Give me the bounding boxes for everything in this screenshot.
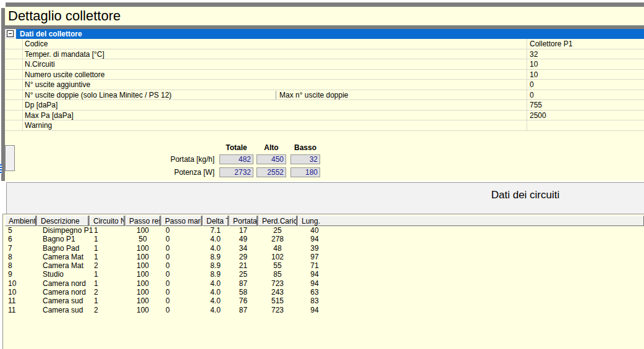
property-value[interactable]: 32 [530, 49, 538, 59]
section-header-dati-del-collettore: Dati del collettore [5, 29, 644, 39]
circuit-cell: 40 [298, 226, 331, 235]
circuit-cell: 100 [125, 306, 160, 314]
summary-row-label: Potenza [W] [141, 167, 214, 177]
circuit-cell: 29 [229, 253, 257, 261]
section-header-label: Dati del collettore [20, 29, 82, 39]
circuit-cell: 1 [90, 226, 124, 235]
column-header-passo-res-[interactable]: Passo res. [125, 216, 160, 226]
property-row[interactable]: Temper. di mandata [°C]32 [5, 49, 644, 60]
circuit-cell: 4.0 [203, 235, 228, 243]
property-row[interactable]: Warning [5, 120, 644, 131]
circuit-cell: 17 [229, 226, 257, 235]
circuit-cell: Camera Mat [37, 261, 88, 270]
circuit-cell: Bagno Pad [37, 244, 88, 253]
circuit-cell: Disimpegno P1 [37, 226, 88, 235]
circuit-row[interactable]: 10Camera nord110004.08772394 [5, 279, 644, 288]
circuit-cell: 85 [258, 270, 297, 279]
summary-value-field: 2552 [256, 167, 286, 177]
circuit-row[interactable]: 6Bagno P115004.04927894 [5, 235, 644, 243]
circuit-cell: 243 [258, 288, 297, 296]
column-header-lung-[interactable]: Lung. [298, 216, 644, 226]
column-header-portata[interactable]: Portata [229, 216, 257, 226]
summary-col-header: Alto [256, 143, 286, 152]
collector-property-grid: CodiceCollettore P1Temper. di mandata [°… [5, 39, 644, 181]
top-border-band [6, 2, 644, 7]
property-label: N° uscite aggiuntive [25, 80, 90, 90]
circuit-row[interactable]: 5Disimpegno P1110007.1172540 [5, 226, 644, 235]
property-value[interactable]: 2500 [530, 111, 546, 120]
property-row[interactable]: Dp [daPa]755 [5, 100, 644, 111]
property-value[interactable]: 0 [530, 90, 534, 100]
circuit-cell: 0 [161, 235, 201, 243]
circuit-cell: 25 [229, 270, 257, 279]
column-header-delta-t[interactable]: Delta T [203, 216, 228, 226]
property-value[interactable]: 0 [530, 80, 534, 90]
collector-detail-window: Dettaglio collettore Dati del collettore… [0, 0, 644, 349]
column-header-circuito-n-[interactable]: Circuito N. [90, 216, 124, 226]
circuit-cell: 63 [298, 288, 331, 296]
circuit-row[interactable]: 8Camera Mat110008.92910297 [5, 253, 644, 261]
circuit-row[interactable]: 8Camera Mat210008.9215571 [5, 261, 644, 270]
circuit-cell: 94 [298, 306, 331, 314]
column-header-descrizione[interactable]: Descrizione [37, 216, 88, 226]
property-value[interactable]: 10 [530, 59, 538, 69]
circuit-cell: 87 [229, 279, 257, 288]
circuit-cell: 94 [298, 270, 331, 279]
property-row[interactable]: N° uscite doppie (solo Linea Minitec / P… [5, 90, 644, 101]
circuit-cell: 25 [258, 226, 297, 235]
circuit-cell: 8.9 [203, 261, 228, 270]
circuit-cell: 4.0 [203, 279, 228, 288]
circuit-cell: 83 [298, 296, 331, 305]
circuit-cell: 8.9 [203, 253, 228, 261]
collapse-minus-icon[interactable] [7, 30, 14, 37]
circuit-cell: 1 [90, 270, 124, 279]
property-label: N.Circuiti [25, 59, 55, 69]
summary-value-field: 2732 [219, 167, 253, 177]
circuit-cell: 4.0 [203, 288, 228, 296]
circuit-cell: 1 [90, 279, 124, 288]
circuit-row[interactable]: 10Camera nord210004.05824363 [5, 288, 644, 296]
property-row[interactable]: CodiceCollettore P1 [5, 39, 644, 49]
circuit-cell: 87 [229, 306, 257, 314]
circuit-row[interactable]: 9Studio110008.9258594 [5, 270, 644, 279]
circuit-cell: 0 [161, 270, 201, 279]
summary-col-header: Totale [219, 143, 253, 152]
circuit-cell: 2 [90, 288, 124, 296]
property-value[interactable]: 10 [530, 70, 538, 80]
circuit-cell: Camera nord [37, 288, 88, 296]
circuit-cell: Camera sud [37, 296, 88, 305]
circuit-row[interactable]: 11Camera sud210004.08772394 [5, 306, 644, 314]
circuit-cell: 50 [125, 235, 160, 243]
circuit-cell: 100 [125, 253, 160, 261]
column-header-perd-carico[interactable]: Perd.Carico [258, 216, 297, 226]
circuit-cell: 0 [161, 253, 201, 261]
property-value[interactable]: Collettore P1 [530, 39, 572, 49]
circuit-row[interactable]: 11Camera sud110004.07651583 [5, 296, 644, 305]
circuit-cell: 7.1 [203, 226, 228, 235]
property-row[interactable]: N.Circuiti10 [5, 59, 644, 70]
column-header-passo-marg-[interactable]: Passo marg. [161, 216, 201, 226]
circuit-cell: 723 [258, 306, 297, 314]
summary-value-field: 180 [290, 167, 320, 177]
circuit-cell: 278 [258, 235, 297, 243]
circuit-cell: 100 [125, 296, 160, 305]
circuit-cell: 8 [5, 261, 36, 270]
column-header-ambiente[interactable]: Ambiente [5, 216, 36, 226]
circuit-cell: 58 [229, 288, 257, 296]
property-row[interactable]: Max Pa [daPa]2500 [5, 111, 644, 121]
circuit-cell: 0 [161, 244, 201, 253]
circuit-cell: 76 [229, 296, 257, 305]
side-panel-button[interactable] [5, 145, 15, 171]
circuits-section-title: Dati dei circuiti [426, 189, 624, 201]
circuit-cell: 11 [5, 306, 36, 314]
property-value[interactable]: 755 [530, 100, 542, 110]
property-row[interactable]: Numero uscite collettore10 [5, 70, 644, 80]
property-sublabel: Max n° uscite doppie [279, 90, 349, 100]
circuit-cell: 10 [5, 279, 36, 288]
circuit-row[interactable]: 7Bagno Pad110004.0344839 [5, 244, 644, 253]
circuit-cell: 4.0 [203, 296, 228, 305]
property-row[interactable]: N° uscite aggiuntive0 [5, 80, 644, 90]
property-label: Codice [25, 39, 48, 49]
circuit-cell: 0 [161, 288, 201, 296]
circuit-cell: 723 [258, 279, 297, 288]
